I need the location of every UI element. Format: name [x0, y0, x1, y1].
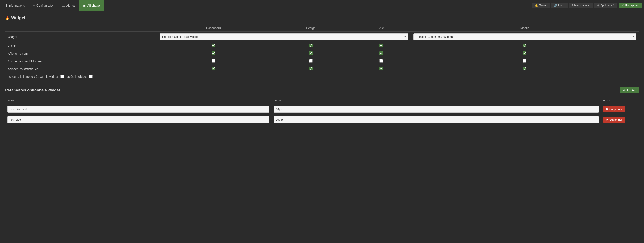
- afficher-icone-mobile-checkbox[interactable]: [523, 59, 526, 63]
- add-button[interactable]: Ajouter: [620, 87, 639, 93]
- test-icon: [535, 4, 538, 7]
- info-icon-2: [572, 4, 573, 7]
- param-row: Supprimer: [5, 104, 639, 115]
- widget-dashboard-select-wrapper: Humidite-Goutte_eau (widget) ▼: [160, 33, 408, 40]
- afficher-nom-mobile-checkbox[interactable]: [523, 51, 526, 55]
- afficher-stats-dashboard-checkbox[interactable]: [212, 67, 215, 70]
- visible-row: Visible: [5, 42, 639, 50]
- remove-icon-1: [606, 118, 608, 121]
- return-row-content: Retour à la ligne forcé avant le widget …: [8, 75, 636, 78]
- optional-header: Paramètres optionnels widget Ajouter: [5, 87, 639, 93]
- liens-button[interactable]: Liens: [551, 2, 568, 8]
- widget-mobile-select[interactable]: Humidite-Goutte_eau (widget): [414, 33, 636, 40]
- tab-affichage[interactable]: Affichage: [79, 0, 104, 11]
- param-row: Supprimer: [5, 114, 639, 125]
- visible-vue-checkbox[interactable]: [380, 44, 383, 47]
- afficher-stats-mobile-cell: [411, 65, 639, 73]
- afficher-icone-vue-cell: [352, 57, 410, 65]
- params-header-row: Nom Valeur Action: [5, 97, 639, 104]
- col-action: Action: [601, 97, 639, 104]
- afficher-icone-design-checkbox[interactable]: [309, 59, 312, 63]
- widget-icon: [5, 15, 10, 20]
- param-value-cell-0: [271, 104, 601, 115]
- afficher-nom-vue-checkbox[interactable]: [380, 51, 383, 55]
- top-navbar: Informations Configuration Alertes Affic…: [0, 0, 644, 11]
- tab-configuration[interactable]: Configuration: [29, 0, 58, 11]
- params-table: Nom Valeur Action Supprimer: [5, 97, 639, 125]
- afficher-icone-vue-checkbox[interactable]: [380, 59, 383, 63]
- col-design: Design: [270, 25, 352, 32]
- afficher-stats-vue-cell: [352, 65, 410, 73]
- appliquer-button[interactable]: Appliquer à: [594, 2, 618, 8]
- widget-mobile-select-wrapper: Humidite-Goutte_eau (widget) ▼: [414, 33, 636, 40]
- widget-dashboard-select[interactable]: Humidite-Goutte_eau (widget): [160, 33, 408, 40]
- afficher-icone-mobile-cell: [411, 57, 639, 65]
- param-action-cell-0: Supprimer: [601, 104, 639, 115]
- page-content: Widget Dashboard Design Vue Mobile Widge…: [0, 11, 644, 129]
- visible-design-checkbox[interactable]: [309, 44, 312, 47]
- save-icon: [622, 4, 624, 7]
- widget-label: Widget: [5, 32, 157, 42]
- config-icon: [32, 4, 35, 7]
- afficher-stats-vue-checkbox[interactable]: [380, 67, 383, 70]
- afficher-nom-design-cell: [270, 50, 352, 57]
- delete-button-0[interactable]: Supprimer: [603, 106, 625, 112]
- optional-title: Paramètres optionnels widget: [5, 88, 60, 93]
- afficher-stats-row: Afficher les statistiques: [5, 65, 639, 73]
- visible-mobile-cell: [411, 42, 639, 50]
- links-icon: [554, 4, 557, 7]
- afficher-nom-vue-cell: [352, 50, 410, 57]
- return-before-checkbox[interactable]: [60, 75, 64, 78]
- param-action-cell-1: Supprimer: [601, 114, 639, 125]
- nav-actions: Tester Liens Informations Appliquer à En…: [532, 2, 642, 8]
- afficher-stats-dashboard-cell: [157, 65, 270, 73]
- param-value-input-1[interactable]: [274, 116, 599, 123]
- return-after-checkbox[interactable]: [89, 75, 93, 78]
- afficher-nom-label: Afficher le nom: [5, 50, 157, 57]
- informations-button[interactable]: Informations: [569, 2, 593, 8]
- param-name-input-1[interactable]: [7, 116, 269, 123]
- plus-icon: [623, 89, 626, 92]
- remove-icon-0: [606, 108, 608, 111]
- afficher-icone-row: Afficher le nom ET l'icône: [5, 57, 639, 65]
- enregistrer-button[interactable]: Enregistrer: [619, 2, 642, 8]
- afficher-nom-design-checkbox[interactable]: [309, 51, 312, 55]
- widget-table: Dashboard Design Vue Mobile Widget Humid…: [5, 25, 639, 81]
- delete-button-1[interactable]: Supprimer: [603, 117, 625, 123]
- afficher-icone-dashboard-checkbox[interactable]: [212, 59, 215, 63]
- info-icon: [6, 4, 7, 7]
- visible-mobile-checkbox[interactable]: [523, 44, 526, 47]
- nav-tabs: Informations Configuration Alertes Affic…: [2, 0, 104, 11]
- widget-section-title: Widget: [5, 15, 639, 20]
- afficher-stats-design-checkbox[interactable]: [309, 67, 312, 70]
- return-label: Retour à la ligne forcé avant le widget: [8, 75, 58, 78]
- display-icon: [83, 4, 86, 7]
- col-vue: Vue: [352, 25, 410, 32]
- col-empty: [5, 25, 157, 32]
- optional-section: Paramètres optionnels widget Ajouter Nom…: [5, 87, 639, 125]
- visible-label: Visible: [5, 42, 157, 50]
- widget-row: Widget Humidite-Goutte_eau (widget) ▼ Hu…: [5, 32, 639, 42]
- col-dashboard: Dashboard: [157, 25, 270, 32]
- afficher-icone-label: Afficher le nom ET l'icône: [5, 57, 157, 65]
- afficher-stats-label: Afficher les statistiques: [5, 65, 157, 73]
- return-row: Retour à la ligne forcé avant le widget …: [5, 73, 639, 81]
- param-name-cell-1: [5, 114, 271, 125]
- param-value-cell-1: [271, 114, 601, 125]
- param-name-input-0[interactable]: [7, 106, 269, 113]
- apply-icon: [597, 4, 600, 7]
- visible-design-cell: [270, 42, 352, 50]
- widget-mobile-cell: Humidite-Goutte_eau (widget) ▼: [411, 32, 639, 42]
- col-mobile: Mobile: [411, 25, 639, 32]
- tester-button[interactable]: Tester: [532, 2, 550, 8]
- visible-dashboard-checkbox[interactable]: [212, 44, 215, 47]
- param-value-input-0[interactable]: [274, 106, 599, 113]
- tab-informations[interactable]: Informations: [2, 0, 29, 11]
- apres-label: après le widget: [66, 75, 87, 78]
- afficher-nom-dashboard-checkbox[interactable]: [212, 51, 215, 55]
- col-nom: Nom: [5, 97, 271, 104]
- afficher-stats-mobile-checkbox[interactable]: [523, 67, 526, 70]
- tab-alertes[interactable]: Alertes: [58, 0, 79, 11]
- param-name-cell-0: [5, 104, 271, 115]
- return-row-cell: Retour à la ligne forcé avant le widget …: [5, 73, 639, 81]
